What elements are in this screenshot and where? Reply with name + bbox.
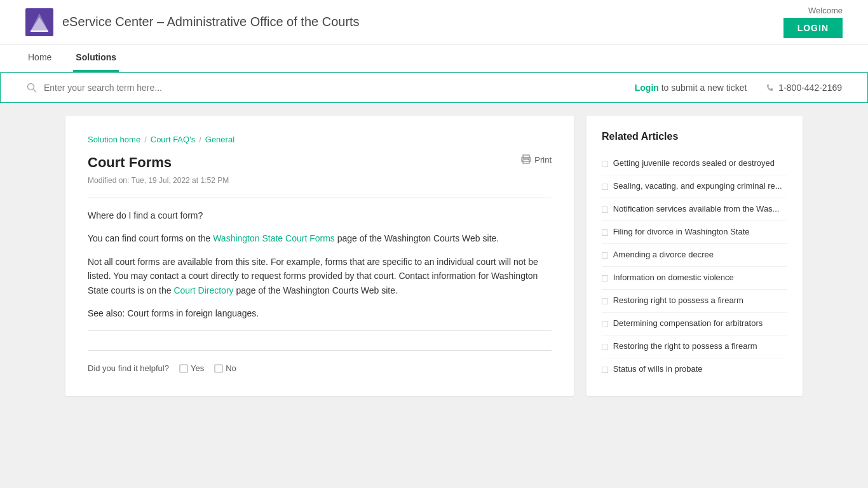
related-link-1[interactable]: Sealing, vacating, and expunging crimina… — [613, 180, 782, 192]
related-bullet-icon: □ — [602, 295, 608, 307]
divider-top — [88, 198, 552, 198]
breadcrumb-court-faqs[interactable]: Court FAQ's — [151, 135, 195, 144]
related-list-item[interactable]: □ Restoring right to possess a firearm — [602, 290, 787, 313]
court-dir-link[interactable]: Court Directory — [173, 285, 233, 295]
phone-icon — [766, 83, 775, 92]
svg-line-6 — [34, 90, 37, 93]
main-content: Solution home / Court FAQ's / General Co… — [53, 116, 815, 396]
breadcrumb-general[interactable]: General — [205, 135, 234, 144]
header-right: Welcome LOGIN — [783, 6, 843, 38]
yes-icon — [179, 364, 188, 373]
phone-wrap: 1-800-442-2169 — [766, 83, 842, 93]
svg-rect-7 — [766, 83, 775, 92]
article-title: Court Forms — [88, 154, 172, 171]
print-label: Print — [534, 155, 552, 165]
nav-home[interactable]: Home — [25, 44, 54, 72]
related-link-0[interactable]: Getting juvenile records sealed or destr… — [613, 158, 775, 169]
search-input[interactable] — [44, 83, 298, 93]
breadcrumb-sep-1: / — [144, 135, 147, 144]
related-list-item[interactable]: □ Information on domestic violence — [602, 267, 787, 290]
nav-solutions[interactable]: Solutions — [73, 44, 119, 72]
print-icon — [521, 154, 531, 165]
login-link[interactable]: Login — [635, 83, 659, 93]
search-bar: Login to submit a new ticket 1-800-442-2… — [0, 72, 868, 103]
related-bullet-icon: □ — [602, 341, 608, 353]
related-link-8[interactable]: Restoring the right to possess a firearm — [613, 341, 757, 352]
body-paragraph-1: You can find court forms on the Washingt… — [88, 231, 552, 245]
body-paragraph-2: Not all court forms are available from t… — [88, 255, 552, 297]
svg-rect-12 — [179, 364, 188, 373]
svg-rect-13 — [180, 365, 187, 372]
no-button[interactable]: No — [214, 363, 236, 373]
related-list-item[interactable]: □ Status of wills in probate — [602, 358, 787, 381]
related-link-3[interactable]: Filing for divorce in Washington State — [613, 226, 750, 238]
related-bullet-icon: □ — [602, 318, 608, 330]
print-button[interactable]: Print — [521, 154, 552, 165]
related-list-item[interactable]: □ Filing for divorce in Washington State — [602, 221, 787, 244]
related-list-item[interactable]: □ Getting juvenile records sealed or des… — [602, 152, 787, 175]
svg-rect-14 — [214, 364, 223, 373]
breadcrumb-sep-2: / — [199, 135, 201, 144]
article-header: Court Forms Print — [88, 154, 552, 171]
search-right: Login to submit a new ticket 1-800-442-2… — [635, 83, 842, 93]
related-list-item[interactable]: □ Determining compensation for arbitrato… — [602, 313, 787, 336]
main-nav: Home Solutions — [0, 44, 868, 72]
related-link-5[interactable]: Information on domestic violence — [613, 272, 734, 283]
divider-bottom — [88, 330, 552, 331]
helpful-label: Did you find it helpful? — [88, 363, 169, 373]
related-title: Related Articles — [602, 131, 787, 142]
wsf-link[interactable]: Washington State Court Forms — [213, 233, 335, 243]
related-bullet-icon: □ — [602, 273, 608, 284]
header-left: eService Center – Administrative Office … — [25, 8, 360, 36]
related-bullet-icon: □ — [602, 204, 608, 215]
article-body: Where do I find a court form? You can fi… — [88, 208, 552, 320]
search-left — [26, 82, 635, 93]
related-bullet-icon: □ — [602, 250, 608, 261]
related-link-4[interactable]: Amending a divorce decree — [613, 249, 714, 261]
phone-number: 1-800-442-2169 — [778, 83, 842, 93]
related-list-item[interactable]: □ Amending a divorce decree — [602, 244, 787, 267]
related-list-item[interactable]: □ Restoring the right to possess a firea… — [602, 336, 787, 358]
see-also-text: See also: Court forms in foreign languag… — [88, 306, 552, 320]
question-text: Where do I find a court form? — [88, 208, 552, 222]
related-link-2[interactable]: Notification services available from the… — [613, 203, 780, 215]
helpful-section: Did you find it helpful? Yes No — [88, 350, 552, 373]
related-list-item[interactable]: □ Sealing, vacating, and expunging crimi… — [602, 175, 787, 198]
login-button[interactable]: LOGIN — [783, 18, 843, 38]
welcome-text: Welcome — [808, 6, 843, 15]
svg-point-5 — [28, 84, 34, 90]
related-list: □ Getting juvenile records sealed or des… — [602, 152, 787, 381]
related-list-item[interactable]: □ Notification services available from t… — [602, 198, 787, 221]
svg-rect-15 — [215, 365, 222, 372]
logo-icon — [25, 8, 53, 36]
modified-date: Modified on: Tue, 19 Jul, 2022 at 1:52 P… — [88, 176, 552, 185]
svg-point-11 — [528, 159, 529, 160]
yes-button[interactable]: Yes — [179, 363, 204, 373]
site-title: eService Center – Administrative Office … — [62, 15, 360, 29]
related-link-7[interactable]: Determining compensation for arbitrators — [613, 318, 763, 329]
related-bullet-icon: □ — [602, 227, 608, 238]
article-panel: Solution home / Court FAQ's / General Co… — [65, 116, 574, 396]
no-icon — [214, 364, 223, 373]
ticket-info: Login to submit a new ticket — [635, 83, 747, 93]
related-bullet-icon: □ — [602, 158, 608, 170]
breadcrumb: Solution home / Court FAQ's / General — [88, 135, 552, 144]
related-bullet-icon: □ — [602, 181, 608, 193]
breadcrumb-solution-home[interactable]: Solution home — [88, 135, 140, 144]
related-bullet-icon: □ — [602, 364, 608, 376]
related-panel: Related Articles □ Getting juvenile reco… — [587, 116, 803, 396]
related-link-9[interactable]: Status of wills in probate — [613, 363, 703, 375]
header: eService Center – Administrative Office … — [0, 0, 868, 44]
ticket-text-label: to submit a new ticket — [661, 83, 747, 93]
search-icon — [26, 82, 37, 93]
related-link-6[interactable]: Restoring right to possess a firearm — [613, 295, 743, 306]
